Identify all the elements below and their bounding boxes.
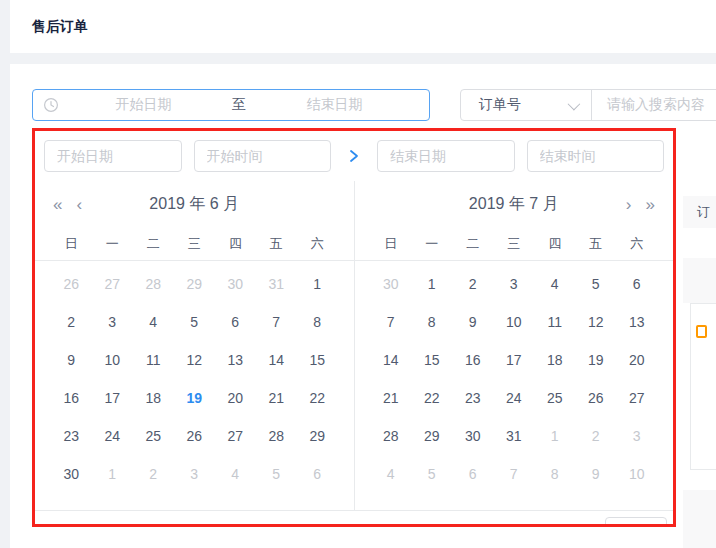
calendar-day[interactable]: 30 <box>51 455 92 493</box>
calendar-day[interactable]: 21 <box>256 379 297 417</box>
calendar-day[interactable]: 1 <box>297 265 338 303</box>
calendar-day[interactable]: 25 <box>133 417 174 455</box>
calendar-day[interactable]: 4 <box>534 265 575 303</box>
calendar-day[interactable]: 9 <box>452 303 493 341</box>
calendar-day[interactable]: 17 <box>493 341 534 379</box>
calendar-day[interactable]: 5 <box>575 265 616 303</box>
calendar-day[interactable]: 8 <box>534 455 575 493</box>
calendar-day[interactable]: 14 <box>256 341 297 379</box>
calendar-day[interactable]: 30 <box>370 265 411 303</box>
calendar-day[interactable]: 28 <box>370 417 411 455</box>
calendar-day[interactable]: 1 <box>92 455 133 493</box>
calendar-day[interactable]: 2 <box>51 303 92 341</box>
next-month-button[interactable]: › <box>626 196 632 213</box>
calendar-day[interactable]: 19 <box>174 379 215 417</box>
calendar-day[interactable]: 4 <box>370 455 411 493</box>
calendar-day[interactable]: 9 <box>51 341 92 379</box>
calendar-day[interactable]: 26 <box>575 379 616 417</box>
calendar-day[interactable]: 29 <box>174 265 215 303</box>
calendar-day[interactable]: 3 <box>174 455 215 493</box>
calendar-day[interactable]: 22 <box>411 379 452 417</box>
calendar-day[interactable]: 26 <box>51 265 92 303</box>
calendar-day[interactable]: 27 <box>215 417 256 455</box>
calendar-day[interactable]: 19 <box>575 341 616 379</box>
calendar-day[interactable]: 7 <box>493 455 534 493</box>
calendar-day[interactable]: 3 <box>92 303 133 341</box>
calendar-day[interactable]: 15 <box>297 341 338 379</box>
end-time-field[interactable] <box>527 140 665 172</box>
calendar-day[interactable]: 24 <box>92 417 133 455</box>
day-of-week-label: 五 <box>575 235 616 253</box>
calendar-day[interactable]: 23 <box>51 417 92 455</box>
clear-button[interactable]: 清空 <box>561 517 589 527</box>
calendar-day[interactable]: 21 <box>370 379 411 417</box>
range-separator: 至 <box>228 96 250 114</box>
calendar-day[interactable]: 2 <box>575 417 616 455</box>
calendar-day[interactable]: 26 <box>174 417 215 455</box>
calendar-day[interactable]: 10 <box>92 341 133 379</box>
calendar-day[interactable]: 22 <box>297 379 338 417</box>
end-date-placeholder: 结束日期 <box>250 96 419 114</box>
app-window: 售后订单 开始日期 至 结束日期 订单号 请输入搜索内容 订 <box>0 0 716 548</box>
calendar-day[interactable]: 6 <box>616 265 657 303</box>
search-input[interactable]: 请输入搜索内容 <box>592 96 705 114</box>
calendar-day[interactable]: 7 <box>370 303 411 341</box>
calendar-day[interactable]: 23 <box>452 379 493 417</box>
calendar-day[interactable]: 4 <box>215 455 256 493</box>
start-time-field[interactable] <box>194 140 332 172</box>
calendar-day[interactable]: 10 <box>493 303 534 341</box>
calendar-day[interactable]: 1 <box>534 417 575 455</box>
calendar-day[interactable]: 13 <box>215 341 256 379</box>
calendar-day[interactable]: 12 <box>174 341 215 379</box>
calendar-day[interactable]: 8 <box>297 303 338 341</box>
calendar-day[interactable]: 25 <box>534 379 575 417</box>
calendar-day[interactable]: 20 <box>215 379 256 417</box>
start-date-field[interactable] <box>44 140 182 172</box>
calendar-day[interactable]: 1 <box>411 265 452 303</box>
calendar-day[interactable]: 7 <box>256 303 297 341</box>
calendar-day[interactable]: 9 <box>575 455 616 493</box>
calendar-day[interactable]: 20 <box>616 341 657 379</box>
calendar-day[interactable]: 18 <box>534 341 575 379</box>
end-date-field[interactable] <box>377 140 515 172</box>
calendar-day[interactable]: 10 <box>616 455 657 493</box>
calendar-day[interactable]: 11 <box>534 303 575 341</box>
page-title: 售后订单 <box>32 18 88 36</box>
calendar-day[interactable]: 27 <box>616 379 657 417</box>
calendar-day[interactable]: 30 <box>452 417 493 455</box>
date-range-input[interactable]: 开始日期 至 结束日期 <box>32 89 430 121</box>
calendar-day[interactable]: 11 <box>133 341 174 379</box>
calendar-day[interactable]: 6 <box>297 455 338 493</box>
calendar-day[interactable]: 29 <box>297 417 338 455</box>
calendar-day[interactable]: 16 <box>452 341 493 379</box>
calendar-day[interactable]: 3 <box>493 265 534 303</box>
calendar-day[interactable]: 16 <box>51 379 92 417</box>
calendar-day[interactable]: 12 <box>575 303 616 341</box>
calendar-day[interactable]: 31 <box>493 417 534 455</box>
calendar-day[interactable]: 27 <box>92 265 133 303</box>
calendar-day[interactable]: 24 <box>493 379 534 417</box>
calendar-day[interactable]: 31 <box>256 265 297 303</box>
calendar-day[interactable]: 8 <box>411 303 452 341</box>
calendar-day[interactable]: 2 <box>452 265 493 303</box>
calendar-day[interactable]: 28 <box>133 265 174 303</box>
calendar-day[interactable]: 5 <box>411 455 452 493</box>
next-year-button[interactable]: » <box>646 196 655 213</box>
category-select[interactable]: 订单号 <box>461 90 591 120</box>
calendar-day[interactable]: 15 <box>411 341 452 379</box>
calendar-day[interactable]: 28 <box>256 417 297 455</box>
calendar-day[interactable]: 3 <box>616 417 657 455</box>
calendar-day[interactable]: 5 <box>256 455 297 493</box>
calendar-day[interactable]: 17 <box>92 379 133 417</box>
calendar-day[interactable]: 6 <box>452 455 493 493</box>
calendar-day[interactable]: 6 <box>215 303 256 341</box>
calendar-day[interactable]: 29 <box>411 417 452 455</box>
calendar-day[interactable]: 2 <box>133 455 174 493</box>
calendar-day[interactable]: 4 <box>133 303 174 341</box>
calendar-day[interactable]: 14 <box>370 341 411 379</box>
calendar-day[interactable]: 13 <box>616 303 657 341</box>
calendar-day[interactable]: 30 <box>215 265 256 303</box>
calendar-day[interactable]: 18 <box>133 379 174 417</box>
calendar-day[interactable]: 5 <box>174 303 215 341</box>
confirm-button[interactable]: 确定 <box>605 517 667 527</box>
